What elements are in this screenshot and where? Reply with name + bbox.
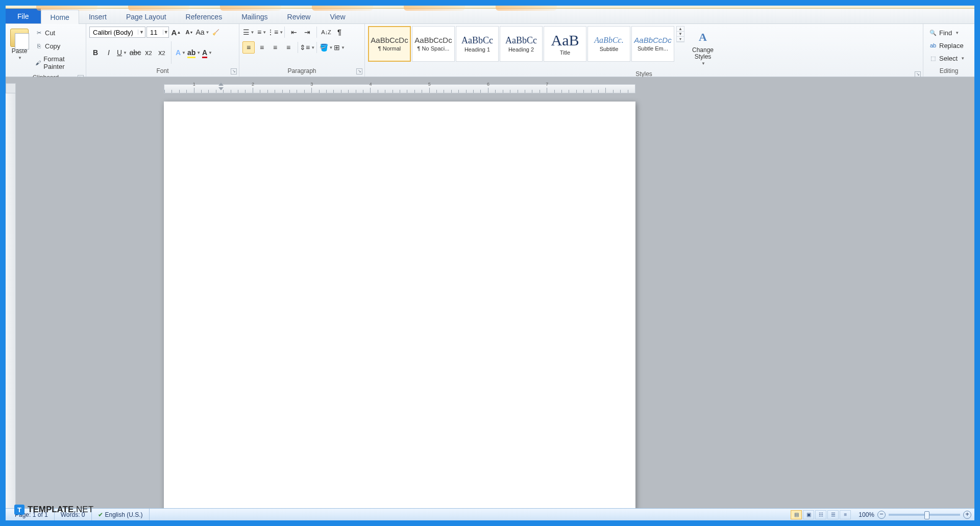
style-subtitle[interactable]: AaBbCc.Subtitle bbox=[587, 26, 630, 62]
chevron-down-icon: ▼ bbox=[701, 61, 705, 66]
view-web-layout[interactable]: ☷ bbox=[815, 510, 826, 519]
subscript-button[interactable]: x2 bbox=[142, 46, 155, 59]
chevron-down-icon[interactable]: ▼ bbox=[163, 30, 168, 35]
view-draft[interactable]: ≡ bbox=[840, 510, 851, 519]
tab-view[interactable]: View bbox=[320, 9, 355, 23]
style-heading-2[interactable]: AaBbCcHeading 2 bbox=[500, 26, 543, 62]
cut-label: Cut bbox=[45, 29, 55, 37]
tab-page-layout[interactable]: Page Layout bbox=[116, 9, 176, 23]
replace-button[interactable]: ab Replace bbox=[926, 40, 971, 51]
style-heading-1[interactable]: AaBbCcHeading 1 bbox=[456, 26, 499, 62]
change-styles-label: Change Styles bbox=[688, 47, 718, 60]
group-paragraph-label: Paragraph bbox=[287, 67, 316, 74]
italic-button[interactable]: I bbox=[103, 46, 115, 59]
gallery-down-icon[interactable]: ▼ bbox=[677, 32, 684, 37]
ribbon: Paste ▼ ✂ Cut ⎘ Copy 🖌 Format Painter bbox=[6, 24, 974, 77]
change-case-button[interactable]: Aa▼ bbox=[197, 26, 209, 38]
tab-review[interactable]: Review bbox=[278, 9, 321, 23]
chevron-down-icon: ▼ bbox=[955, 31, 959, 35]
highlight-button[interactable]: ab▼ bbox=[188, 46, 200, 59]
change-styles-button[interactable]: A Change Styles ▼ bbox=[687, 26, 719, 68]
tab-mailings[interactable]: Mailings bbox=[232, 9, 277, 23]
indent-marker[interactable] bbox=[218, 82, 224, 87]
quick-access-toolbar bbox=[6, 6, 974, 9]
underline-button[interactable]: U▼ bbox=[116, 46, 128, 59]
zoom-in-button[interactable]: + bbox=[963, 511, 971, 519]
status-language[interactable]: ✔ English (U.S.) bbox=[92, 509, 150, 520]
view-outline[interactable]: ☰ bbox=[827, 510, 839, 519]
gallery-up-icon[interactable]: ▲ bbox=[677, 27, 684, 32]
tab-file[interactable]: File bbox=[6, 9, 41, 23]
tab-insert[interactable]: Insert bbox=[79, 9, 116, 23]
gallery-more-icon[interactable]: ▾ bbox=[677, 37, 684, 42]
decrease-indent-button[interactable]: ⇤ bbox=[288, 26, 300, 38]
align-right-icon: ≡ bbox=[273, 43, 277, 52]
font-size-input[interactable] bbox=[147, 29, 163, 36]
app-window: File Home Insert Page Layout References … bbox=[6, 6, 974, 520]
vertical-ruler[interactable] bbox=[6, 93, 16, 508]
styles-gallery: AaBbCcDc¶ NormalAaBbCcDc¶ No Spaci...AaB… bbox=[368, 26, 674, 62]
select-button[interactable]: ⬚ Select ▼ bbox=[926, 53, 971, 64]
sort-button[interactable]: A↓Z bbox=[320, 26, 332, 38]
format-painter-button[interactable]: 🖌 Format Painter bbox=[32, 54, 83, 72]
copy-button[interactable]: ⎘ Copy bbox=[32, 40, 83, 52]
ruler-corner[interactable] bbox=[6, 83, 16, 93]
style-title[interactable]: AaBTitle bbox=[544, 26, 586, 62]
brand-logo-icon: T bbox=[14, 505, 24, 515]
chevron-down-icon[interactable]: ▼ bbox=[138, 30, 145, 35]
horizontal-ruler[interactable] bbox=[164, 84, 635, 93]
tab-references[interactable]: References bbox=[176, 9, 232, 23]
styles-gallery-scroll[interactable]: ▲ ▼ ▾ bbox=[676, 26, 684, 42]
group-editing-label: Editing bbox=[940, 67, 959, 74]
zoom-out-button[interactable]: − bbox=[877, 511, 886, 519]
copy-icon: ⎘ bbox=[35, 42, 43, 50]
find-button[interactable]: 🔍 Find ▼ bbox=[926, 27, 971, 38]
style-subtle-em---[interactable]: AaBbCcDcSubtle Em... bbox=[631, 26, 674, 62]
grow-font-button[interactable]: A▲ bbox=[170, 26, 182, 38]
clear-formatting-button[interactable]: 🧹 bbox=[210, 26, 222, 38]
align-center-button[interactable]: ≡ bbox=[256, 41, 268, 54]
numbering-button[interactable]: ≡▼ bbox=[256, 26, 268, 38]
eraser-icon: 🧹 bbox=[212, 29, 219, 36]
font-name-combo[interactable]: ▼ bbox=[89, 27, 145, 38]
style---no-spaci---[interactable]: AaBbCcDc¶ No Spaci... bbox=[412, 26, 455, 62]
show-hide-button[interactable]: ¶ bbox=[333, 26, 346, 38]
multilevel-list-button[interactable]: ⋮≡▼ bbox=[269, 26, 281, 38]
strikethrough-button[interactable]: abc bbox=[129, 46, 141, 59]
borders-button[interactable]: ⊞▼ bbox=[333, 41, 346, 54]
paragraph-launcher[interactable]: ↘ bbox=[356, 68, 362, 74]
style-name-label: ¶ No Spaci... bbox=[418, 45, 450, 52]
cut-button[interactable]: ✂ Cut bbox=[32, 27, 83, 38]
line-spacing-button[interactable]: ⇕≡▼ bbox=[301, 41, 313, 54]
tab-home[interactable]: Home bbox=[41, 10, 79, 24]
increase-indent-button[interactable]: ⇥ bbox=[301, 26, 313, 38]
zoom-value[interactable]: 100% bbox=[859, 511, 874, 518]
group-styles: AaBbCcDc¶ NormalAaBbCcDc¶ No Spaci...AaB… bbox=[365, 24, 923, 77]
font-name-input[interactable] bbox=[90, 29, 138, 36]
view-print-layout[interactable]: ▤ bbox=[791, 510, 802, 519]
document-page[interactable] bbox=[164, 102, 635, 508]
document-workspace[interactable] bbox=[6, 77, 974, 508]
align-left-button[interactable]: ≡ bbox=[242, 41, 255, 54]
style---normal[interactable]: AaBbCcDc¶ Normal bbox=[368, 26, 411, 62]
zoom-slider[interactable] bbox=[889, 514, 960, 516]
bullets-button[interactable]: ☰▼ bbox=[242, 26, 255, 38]
sort-icon: A↓Z bbox=[321, 29, 331, 35]
paste-button[interactable]: Paste ▼ bbox=[9, 26, 30, 63]
superscript-button[interactable]: x2 bbox=[156, 46, 168, 59]
font-launcher[interactable]: ↘ bbox=[231, 68, 237, 74]
justify-button[interactable]: ≡ bbox=[282, 41, 295, 54]
style-sample: AaBbCcDc bbox=[414, 36, 452, 44]
font-color-button[interactable]: A▼ bbox=[201, 46, 213, 59]
font-size-combo[interactable]: ▼ bbox=[146, 27, 169, 38]
change-styles-icon: A bbox=[696, 29, 710, 46]
bold-button[interactable]: B bbox=[89, 46, 102, 59]
shrink-font-button[interactable]: A▼ bbox=[183, 26, 195, 38]
paste-icon bbox=[10, 29, 29, 47]
indent-icon: ⇥ bbox=[304, 28, 310, 36]
shading-button[interactable]: 🪣▼ bbox=[320, 41, 332, 54]
group-editing: 🔍 Find ▼ ab Replace ⬚ Select ▼ Editing bbox=[923, 24, 974, 77]
align-right-button[interactable]: ≡ bbox=[269, 41, 281, 54]
view-full-screen[interactable]: ▣ bbox=[803, 510, 814, 519]
text-effects-button[interactable]: A▼ bbox=[175, 46, 187, 59]
